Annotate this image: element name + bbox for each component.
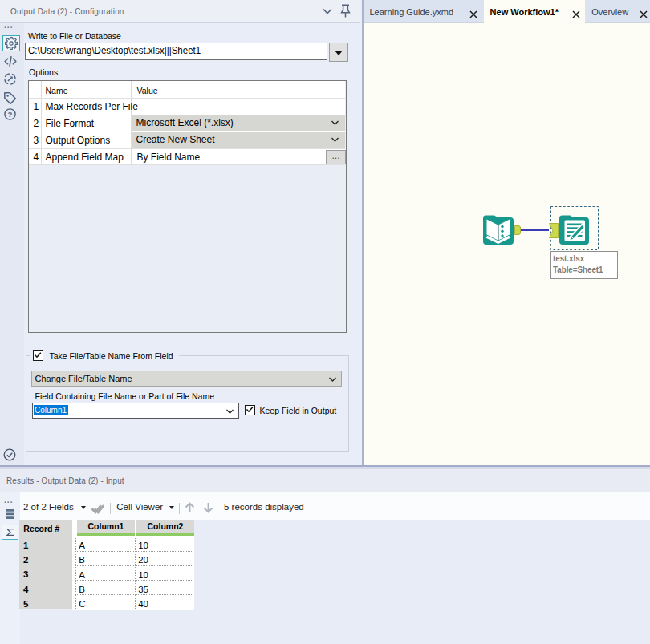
svg-text:?: ?: [7, 110, 12, 119]
